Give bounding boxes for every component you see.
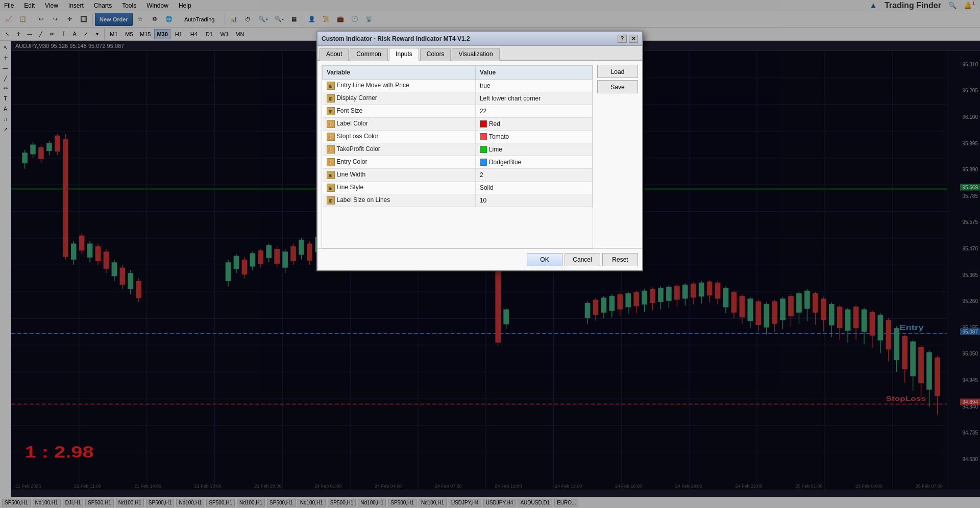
dialog-controls: ? ✕ <box>618 35 638 43</box>
table-row[interactable]: ⊞Label Size on Lines10 <box>323 194 593 207</box>
table-cell-variable: ⊞Line Width <box>323 169 476 182</box>
variable-name: Label Size on Lines <box>337 196 390 204</box>
variable-name: Font Size <box>337 107 363 114</box>
value-text: Tomato <box>489 133 509 140</box>
variable-name: Line Width <box>337 171 366 178</box>
table-cell-value: Left lower chart corner <box>475 92 592 105</box>
value-text: Red <box>489 120 500 128</box>
value-text: DodgerBlue <box>489 159 521 166</box>
reset-button[interactable]: Reset <box>602 253 638 266</box>
save-button[interactable]: Save <box>597 80 638 93</box>
tab-about[interactable]: About <box>320 48 349 61</box>
value-text: 10 <box>480 197 486 204</box>
table-padding <box>322 207 593 248</box>
grid-icon: ⊞ <box>327 171 335 179</box>
color-swatch <box>480 146 487 153</box>
grid-icon: ⊞ <box>327 196 335 205</box>
color-swatch <box>480 133 487 140</box>
value-text: 2 <box>480 171 483 179</box>
dialog-body: Variable Value ⊞Entry Line Move with Pri… <box>317 61 642 270</box>
custom-indicator-dialog: Custom Indicator - Risk Reward Indicator… <box>316 31 643 271</box>
table-cell-variable: ⊞Entry Line Move with Price <box>323 80 476 92</box>
variable-name: Entry Color <box>337 158 368 165</box>
variable-name: Line Style <box>337 184 364 191</box>
table-row[interactable]: ⊞Line Width2 <box>323 169 593 182</box>
table-cell-variable: ⊞Font Size <box>323 105 476 118</box>
dialog-help-button[interactable]: ? <box>618 35 627 43</box>
inputs-table: Variable Value ⊞Entry Line Move with Pri… <box>322 65 593 207</box>
table-cell-variable: 🎨Label Color <box>323 118 476 131</box>
tab-visualization[interactable]: Visualization <box>452 48 499 61</box>
palette-icon: 🎨 <box>327 158 335 166</box>
dialog-action-buttons: OK Cancel Reset <box>317 248 642 270</box>
value-text: true <box>480 82 491 89</box>
grid-icon: ⊞ <box>327 94 335 103</box>
table-cell-variable: 🎨Entry Color <box>323 156 476 169</box>
grid-icon: ⊞ <box>327 82 335 90</box>
table-row[interactable]: 🎨TakeProfit ColorLime <box>323 143 593 156</box>
col-variable: Variable <box>323 66 476 80</box>
value-text: Solid <box>480 184 494 191</box>
table-container: Variable Value ⊞Entry Line Move with Pri… <box>322 65 593 248</box>
value-text: 22 <box>480 108 486 115</box>
table-row[interactable]: 🎨Entry ColorDodgerBlue <box>323 156 593 169</box>
ok-button[interactable]: OK <box>527 253 562 266</box>
value-text: Lime <box>489 146 502 153</box>
variable-name: TakeProfit Color <box>337 145 380 153</box>
tab-inputs[interactable]: Inputs <box>389 48 419 61</box>
variable-name: Display Corner <box>337 94 377 101</box>
table-row[interactable]: ⊞Entry Line Move with Pricetrue <box>323 80 593 92</box>
table-cell-value: Solid <box>475 182 592 194</box>
grid-icon: ⊞ <box>327 107 335 115</box>
table-row[interactable]: ⊞Display CornerLeft lower chart corner <box>323 92 593 105</box>
variable-name: Entry Line Move with Price <box>337 82 409 89</box>
table-row[interactable]: ⊞Font Size22 <box>323 105 593 118</box>
table-cell-variable: ⊞Display Corner <box>323 92 476 105</box>
table-cell-variable: 🎨StopLoss Color <box>323 131 476 143</box>
tab-common[interactable]: Common <box>350 48 388 61</box>
variable-name: StopLoss Color <box>337 133 379 140</box>
table-area: Variable Value ⊞Entry Line Move with Pri… <box>317 61 642 248</box>
dialog-title: Custom Indicator - Risk Reward Indicator… <box>322 35 470 42</box>
cancel-button[interactable]: Cancel <box>565 253 600 266</box>
palette-icon: 🎨 <box>327 120 335 128</box>
table-cell-variable: 🎨TakeProfit Color <box>323 143 476 156</box>
table-cell-value: Lime <box>475 143 592 156</box>
dialog-close-button[interactable]: ✕ <box>629 35 638 43</box>
table-cell-value: 22 <box>475 105 592 118</box>
palette-icon: 🎨 <box>327 145 335 154</box>
side-buttons: Load Save <box>597 65 638 248</box>
col-value: Value <box>475 66 592 80</box>
dialog-titlebar: Custom Indicator - Risk Reward Indicator… <box>317 32 642 46</box>
color-swatch <box>480 159 487 166</box>
table-cell-variable: ⊞Line Style <box>323 182 476 194</box>
grid-icon: ⊞ <box>327 184 335 192</box>
table-cell-value: DodgerBlue <box>475 156 592 169</box>
value-text: Left lower chart corner <box>480 95 541 102</box>
table-cell-value: true <box>475 80 592 92</box>
table-row[interactable]: 🎨Label ColorRed <box>323 118 593 131</box>
table-cell-value: Red <box>475 118 592 131</box>
table-row[interactable]: ⊞Line StyleSolid <box>323 182 593 194</box>
tab-colors[interactable]: Colors <box>420 48 451 61</box>
table-cell-value: Tomato <box>475 131 592 143</box>
inputs-tbody: ⊞Entry Line Move with Pricetrue⊞Display … <box>323 80 593 207</box>
dialog-tabs: About Common Inputs Colors Visualization <box>317 46 642 61</box>
table-cell-value: 2 <box>475 169 592 182</box>
table-cell-value: 10 <box>475 194 592 207</box>
table-row[interactable]: 🎨StopLoss ColorTomato <box>323 131 593 143</box>
table-cell-variable: ⊞Label Size on Lines <box>323 194 476 207</box>
color-swatch <box>480 120 487 128</box>
variable-name: Label Color <box>337 120 368 127</box>
palette-icon: 🎨 <box>327 133 335 141</box>
load-button[interactable]: Load <box>597 65 638 78</box>
